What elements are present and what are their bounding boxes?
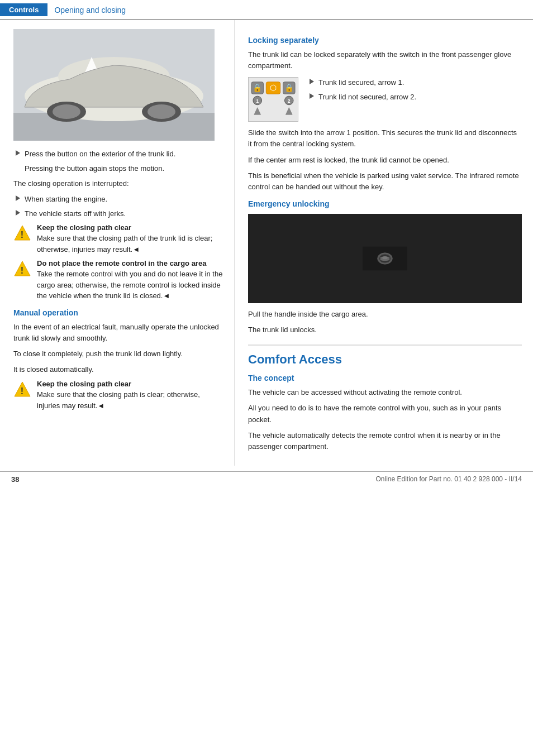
press-button-text: Press the button on the exterior of the … (25, 149, 175, 160)
locking-para2: If the center arm rest is locked, the tr… (248, 155, 522, 166)
comfort-access-section: Comfort Access The concept The vehicle c… (248, 344, 522, 452)
main-content: Press the button on the exterior of the … (0, 20, 533, 466)
locking-switch-image: 🔒 ⬡ 🔒 1 2 (248, 77, 298, 122)
header-controls-label: Controls (0, 3, 47, 16)
locking-desc: The trunk lid can be locked separately w… (248, 49, 522, 71)
concept-para1: The vehicle can be accessed without acti… (248, 387, 522, 398)
trunk-image (13, 29, 215, 141)
right-column: Locking separately The trunk lid can be … (235, 20, 533, 466)
svg-text:🔒: 🔒 (284, 84, 294, 93)
page-header: Controls Opening and closing (0, 0, 533, 20)
warning-desc-3: Make sure that the closing path is clear… (37, 389, 223, 411)
interrupted-text-1: When starting the engine. (25, 194, 107, 205)
locking-item-2: Trunk lid not secured, arrow 2. (307, 92, 522, 103)
warning-desc-2: Take the remote control with you and do … (37, 269, 223, 302)
warning-box-3: ! Keep the closing path clear Make sure … (13, 380, 223, 411)
the-concept-heading: The concept (248, 374, 522, 382)
svg-point-35 (382, 256, 388, 259)
emergency-para1: Pull the handle inside the cargo area. (248, 309, 522, 320)
locking-item-1: Trunk lid secured, arrow 1. (307, 77, 522, 88)
locking-text-2: Trunk lid not secured, arrow 2. (318, 92, 416, 103)
sub-text-motion: Pressing the button again stops the moti… (25, 163, 223, 174)
svg-text:⬡: ⬡ (270, 84, 277, 93)
manual-para3: It is closed automatically. (13, 364, 223, 375)
warning-title-3: Keep the closing path clear (37, 380, 223, 388)
locking-para3: This is beneficial when the vehicle is p… (248, 170, 522, 193)
locking-bullet-2 (310, 93, 314, 99)
manual-para2: To close it completely, push the trunk l… (13, 348, 223, 360)
locking-diagram: 🔒 ⬡ 🔒 1 2 (248, 77, 522, 122)
concept-para2: All you need to do is to have the remote… (248, 403, 522, 425)
interrupted-item-1: When starting the engine. (13, 194, 223, 205)
warning-box-1: ! Keep the closing path clear Make sure … (13, 223, 223, 255)
svg-point-11 (53, 104, 80, 119)
svg-text:!: ! (21, 386, 23, 396)
warning-content-1: Keep the closing path clear Make sure th… (37, 223, 223, 255)
interrupted-text-2: The vehicle starts off with jerks. (25, 208, 126, 219)
manual-operation-heading: Manual operation (13, 308, 223, 317)
left-column: Press the button on the exterior of the … (0, 20, 235, 466)
comfort-access-title: Comfort Access (248, 352, 522, 367)
closing-interrupted-text: The closing operation is interrupted: (13, 178, 223, 189)
locking-bullet-1 (310, 79, 314, 84)
warning-box-2: ! Do not place the remote control in the… (13, 259, 223, 302)
concept-para3: The vehicle automatically detects the re… (248, 430, 522, 452)
svg-text:🔒: 🔒 (253, 84, 263, 93)
emergency-unlocking-heading: Emergency unlocking (248, 199, 522, 208)
locking-text-1: Trunk lid secured, arrow 1. (318, 77, 404, 88)
page-number: 38 (11, 475, 19, 484)
warning-title-2: Do not place the remote control in the c… (37, 259, 223, 267)
warning-icon-1: ! (13, 224, 31, 242)
warning-icon-2: ! (13, 260, 31, 278)
svg-text:2: 2 (288, 98, 291, 104)
emergency-para2: The trunk lid unlocks. (248, 324, 522, 336)
svg-point-12 (147, 104, 175, 119)
warning-content-3: Keep the closing path clear Make sure th… (37, 380, 223, 411)
arrow-bullet-1 (16, 150, 20, 156)
svg-text:1: 1 (256, 98, 259, 104)
warning-icon-3: ! (13, 381, 31, 399)
locking-para1: Slide the switch into the arrow 1 positi… (248, 127, 522, 150)
manual-para1: In the event of an electrical fault, man… (13, 322, 223, 344)
interrupted-item-2: The vehicle starts off with jerks. (13, 208, 223, 219)
header-section-label: Opening and closing (54, 6, 126, 15)
locking-separately-heading: Locking separately (248, 36, 522, 45)
warning-title-1: Keep the closing path clear (37, 223, 223, 232)
warning-content-2: Do not place the remote control in the c… (37, 259, 223, 302)
press-button-item: Press the button on the exterior of the … (13, 149, 223, 160)
warning-desc-1: Make sure that the closing path of the t… (37, 233, 223, 255)
arrow-bullet-3 (16, 210, 20, 216)
svg-text:!: ! (21, 230, 23, 240)
locking-items: Trunk lid secured, arrow 1. Trunk lid no… (307, 77, 522, 106)
footer-edition: Online Edition for Part no. 01 40 2 928 … (375, 475, 522, 483)
svg-text:!: ! (21, 266, 23, 275)
arrow-bullet-2 (16, 195, 20, 201)
page-footer: 38 Online Edition for Part no. 01 40 2 9… (0, 471, 533, 487)
emergency-image (248, 214, 522, 303)
